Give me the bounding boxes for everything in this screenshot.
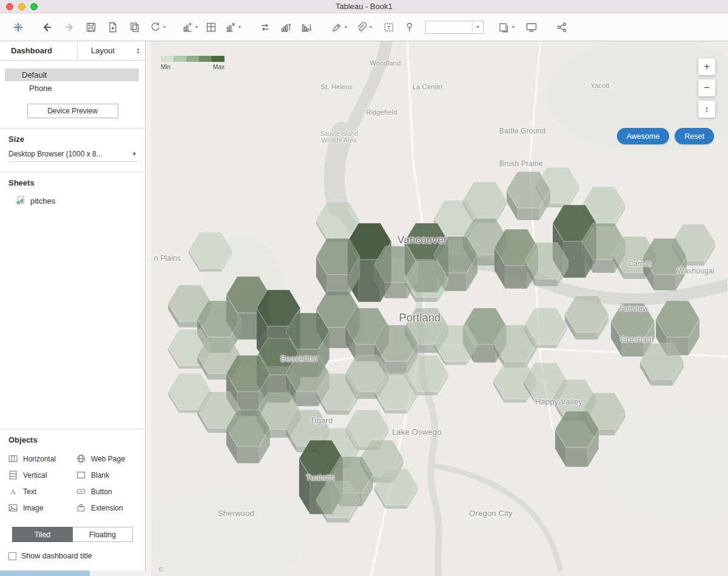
tiled-button[interactable]: Tiled: [12, 527, 73, 542]
highlight-caret-icon[interactable]: ▾: [345, 24, 347, 30]
zoom-out-button[interactable]: −: [698, 79, 715, 96]
new-dashboard-icon[interactable]: [204, 20, 218, 35]
compass-button[interactable]: ↕: [698, 101, 715, 118]
minimize-window-button[interactable]: [18, 3, 25, 10]
toolbar: ▾ ▾ ▾ ▾ ▾ T ▾ ▾: [0, 13, 728, 41]
object-item-label: Text: [23, 487, 36, 496]
window-title: Tableau - Book1: [335, 2, 393, 11]
close-window-button[interactable]: [6, 3, 13, 10]
svg-text:A: A: [10, 488, 16, 496]
show-hide-cards-caret-icon[interactable]: ▾: [512, 24, 514, 30]
hex-bin[interactable]: [507, 172, 550, 220]
legend-swatch: [199, 56, 212, 62]
hex-bin[interactable]: [643, 238, 687, 290]
map-attribution: ©: [158, 566, 163, 573]
object-item-extension[interactable]: Extension: [76, 500, 136, 516]
legend-swatch: [174, 56, 186, 62]
undo-icon[interactable]: [40, 20, 55, 35]
object-item-web-page[interactable]: Web Page: [76, 450, 136, 467]
legend-swatch: [212, 56, 224, 62]
extension-icon: [76, 503, 86, 512]
objects-header: Objects: [8, 435, 136, 444]
object-item-label: Blank: [91, 471, 109, 480]
highlight-icon[interactable]: [329, 20, 344, 35]
size-header: Size: [8, 135, 136, 144]
device-item-default[interactable]: Default: [5, 69, 139, 81]
button-icon: [76, 487, 86, 496]
legend-max-label: Max: [213, 64, 224, 70]
group-members-icon[interactable]: [354, 20, 369, 35]
object-item-button[interactable]: Button: [76, 483, 136, 500]
sheet-item-pitches[interactable]: pitches: [8, 193, 136, 207]
object-item-text[interactable]: AText: [8, 483, 76, 500]
worksheet-icon: [16, 196, 25, 206]
refresh-caret-icon[interactable]: ▾: [163, 24, 166, 30]
device-item-phone[interactable]: Phone: [5, 82, 139, 95]
image-icon: [8, 503, 18, 512]
vertical-icon: [8, 471, 18, 480]
size-dropdown-caret-icon: ▼: [132, 151, 137, 157]
refresh-icon[interactable]: [148, 20, 163, 35]
text-icon: A: [8, 487, 18, 496]
fit-combobox-caret-icon[interactable]: ▾: [472, 21, 483, 33]
maximize-window-button[interactable]: [30, 3, 38, 10]
sort-ascending-icon[interactable]: [278, 20, 293, 35]
panel-scrollbar[interactable]: [0, 571, 146, 576]
panel-scrollbar-thumb[interactable]: [0, 571, 90, 576]
tab-layout[interactable]: Layout ▲▼: [78, 41, 145, 60]
hex-bin[interactable]: [316, 238, 360, 295]
pin-icon[interactable]: [402, 20, 417, 35]
horizontal-icon: [8, 454, 18, 463]
svg-text:T: T: [387, 24, 391, 30]
sort-descending-icon[interactable]: [299, 20, 314, 35]
legend-swatch: [161, 56, 174, 62]
show-dashboard-title-label: Show dashboard title: [21, 552, 92, 560]
hex-bin[interactable]: [565, 296, 608, 340]
swap-rows-columns-icon[interactable]: [258, 20, 272, 35]
zoom-in-button[interactable]: +: [698, 58, 715, 75]
duplicate-icon[interactable]: [127, 20, 142, 35]
dashboard-pane: Dashboard Layout ▲▼ Default Phone Device…: [0, 41, 146, 576]
hex-bin[interactable]: [555, 411, 599, 467]
size-dropdown-value: Desktop Browser (1000 x 8...: [8, 150, 103, 158]
show-hide-cards-icon[interactable]: [497, 20, 511, 35]
tableau-logo-icon[interactable]: [11, 20, 25, 35]
object-item-vertical[interactable]: Vertical: [8, 467, 76, 483]
pane-gutter: [146, 41, 152, 576]
save-icon[interactable]: [84, 20, 98, 35]
legend-swatch: [186, 56, 199, 62]
show-dashboard-title-checkbox[interactable]: [8, 552, 16, 560]
new-worksheet-caret-icon[interactable]: ▾: [195, 24, 198, 30]
titlebar: Tableau - Book1: [0, 0, 728, 13]
object-item-blank[interactable]: Blank: [76, 467, 136, 483]
group-caret-icon[interactable]: ▾: [369, 24, 372, 30]
pane-stepper-icon[interactable]: ▲▼: [136, 47, 140, 55]
sheets-header: Sheets: [8, 178, 136, 187]
presentation-mode-icon[interactable]: [524, 20, 539, 35]
redo-icon[interactable]: [62, 20, 76, 35]
new-data-source-icon[interactable]: [106, 20, 120, 35]
color-legend: Min Max: [161, 56, 224, 70]
object-item-label: Extension: [91, 504, 123, 512]
tab-layout-label: Layout: [91, 46, 115, 55]
device-preview-button[interactable]: Device Preview: [27, 104, 118, 118]
fit-combobox[interactable]: ▾: [425, 21, 484, 34]
text-label-icon[interactable]: T: [382, 20, 396, 35]
hex-bin[interactable]: [189, 232, 232, 272]
legend-min-label: Min: [161, 64, 170, 70]
new-worksheet-icon[interactable]: [180, 20, 195, 35]
object-item-label: Button: [91, 487, 112, 496]
floating-button[interactable]: Floating: [73, 527, 133, 542]
object-item-image[interactable]: Image: [8, 500, 76, 516]
tab-dashboard[interactable]: Dashboard: [0, 41, 78, 60]
tab-dashboard-label: Dashboard: [11, 46, 52, 55]
share-icon[interactable]: [554, 20, 569, 35]
clear-sheet-caret-icon[interactable]: ▾: [238, 24, 241, 30]
size-dropdown[interactable]: Desktop Browser (1000 x 8... ▼: [8, 150, 137, 162]
clear-sheet-icon[interactable]: [223, 20, 238, 35]
hex-bin[interactable]: [226, 410, 270, 463]
awesome-button[interactable]: Awesome: [617, 128, 670, 144]
reset-button[interactable]: Reset: [675, 128, 714, 144]
map-canvas[interactable]: WoodlandSt. HelensLa CenterYacoltRidgefi…: [152, 41, 728, 576]
object-item-horizontal[interactable]: Horizontal: [8, 450, 76, 467]
